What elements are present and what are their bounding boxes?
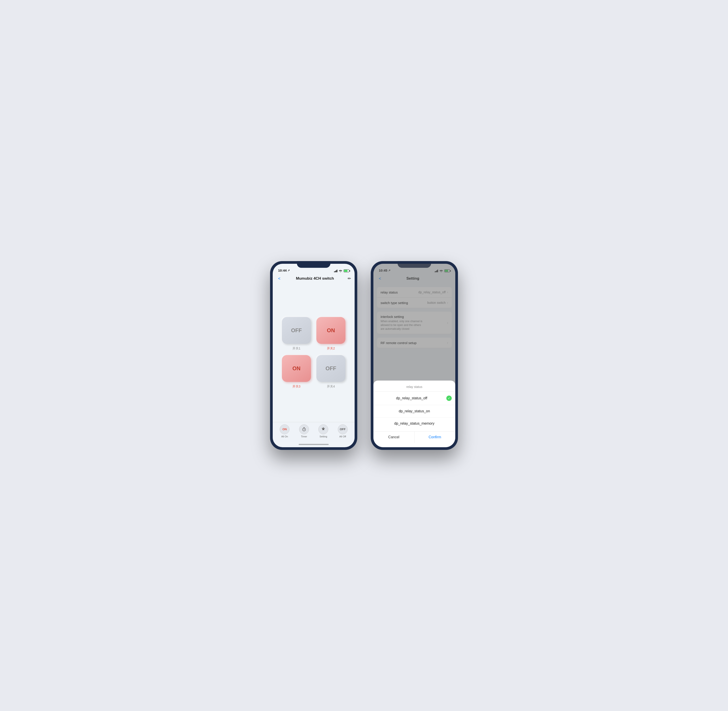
phone-1-screen: 10:44 ↗ (273, 264, 355, 447)
bottom-toolbar: ON All On Timer (273, 422, 355, 442)
switch-button-3[interactable]: ON (282, 355, 311, 382)
all-on-button[interactable]: ON All On (280, 425, 289, 438)
modal-overlay: relay status dp_relay_status_off ✓ dp_re… (373, 264, 455, 447)
switch-item-1: OFF 开关1 (282, 317, 311, 351)
back-button-1[interactable]: < (276, 276, 282, 282)
all-off-button[interactable]: OFF All Off (338, 425, 348, 438)
signal-icon-1 (334, 270, 337, 272)
switch-grid: OFF 开关1 ON 开关2 ON 开关3 OFF (273, 283, 355, 422)
modal-option-on[interactable]: dp_relay_status_on (373, 405, 455, 417)
switch-item-3: ON 开关3 (282, 355, 311, 389)
all-off-icon: OFF (338, 425, 348, 434)
setting-label: Setting (320, 435, 327, 438)
setting-button[interactable]: Setting (318, 425, 328, 438)
switch-row-2: ON 开关3 OFF 开关4 (282, 355, 345, 389)
timer-icon (299, 425, 309, 434)
status-icons-1 (334, 269, 349, 272)
status-time-1: 10:44 ↗ (278, 268, 290, 272)
modal-actions: Cancel Confirm (373, 431, 455, 443)
modal-option-off[interactable]: dp_relay_status_off ✓ (373, 391, 455, 405)
modal-cancel-button[interactable]: Cancel (373, 432, 414, 443)
phone-1: 10:44 ↗ (270, 261, 357, 450)
all-on-icon: ON (280, 425, 289, 434)
all-off-label: All Off (339, 435, 346, 438)
switch-item-2: ON 开关2 (316, 317, 345, 351)
modal-option-off-text: dp_relay_status_off (377, 396, 447, 400)
notch-1 (297, 261, 330, 268)
modal-option-memory[interactable]: dp_relay_status_memory (373, 417, 455, 429)
modal-check-off: ✓ (447, 395, 452, 401)
switch-label-3: 开关3 (292, 385, 301, 389)
modal-confirm-button[interactable]: Confirm (414, 432, 455, 443)
timer-label: Timer (301, 435, 307, 438)
switch-item-4: OFF 开关4 (316, 355, 345, 389)
switch-label-4: 开关4 (327, 385, 335, 389)
switch-button-1[interactable]: OFF (282, 317, 311, 344)
phones-container: 10:44 ↗ (270, 261, 458, 450)
switch-row-1: OFF 开关1 ON 开关2 (282, 317, 345, 351)
modal-sheet: relay status dp_relay_status_off ✓ dp_re… (373, 381, 455, 447)
location-icon-1: ↗ (287, 269, 290, 272)
all-on-label: All On (281, 435, 288, 438)
home-indicator-1 (299, 444, 329, 445)
nav-bar-1: < Mumubiz 4CH switch ✏ (273, 274, 355, 283)
setting-icon (318, 425, 328, 434)
timer-button[interactable]: Timer (299, 425, 309, 438)
battery-icon-1 (343, 269, 349, 272)
switch-button-2[interactable]: ON (316, 317, 345, 344)
switch-button-4[interactable]: OFF (316, 355, 345, 382)
modal-option-on-text: dp_relay_status_on (377, 409, 452, 413)
page-title-1: Mumubiz 4CH switch (296, 276, 334, 281)
phone-2-screen: 10:45 ↗ (373, 264, 455, 447)
switch-label-2: 开关2 (327, 347, 335, 351)
modal-option-memory-text: dp_relay_status_memory (377, 422, 452, 426)
edit-icon-1[interactable]: ✏ (348, 276, 351, 281)
wifi-icon-1 (339, 270, 342, 272)
switch-label-1: 开关1 (292, 347, 301, 351)
modal-title: relay status (373, 381, 455, 391)
phone-2: 10:45 ↗ (371, 261, 458, 450)
